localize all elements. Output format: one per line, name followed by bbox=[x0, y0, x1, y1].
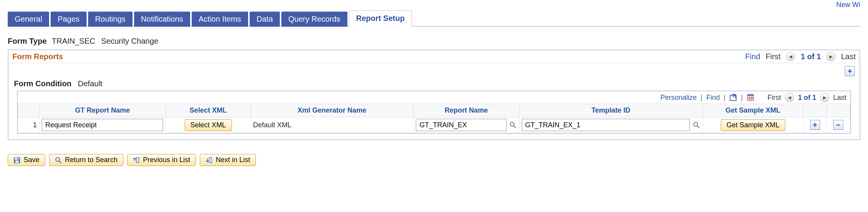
new-window-link[interactable]: New Wi bbox=[8, 0, 860, 9]
section-title-bar: Form Reports Find First ◄ 1 of 1 ► Last bbox=[9, 50, 859, 63]
return-label: Return to Search bbox=[65, 156, 117, 164]
svg-rect-13 bbox=[15, 161, 19, 163]
col-rownum bbox=[18, 104, 39, 117]
download-grid-icon[interactable] bbox=[747, 94, 754, 101]
form-condition-row: Form Condition Default bbox=[9, 76, 859, 91]
save-label: Save bbox=[24, 156, 39, 164]
zoom-grid-icon[interactable] bbox=[729, 94, 737, 101]
form-type-desc: Security Change bbox=[101, 37, 158, 45]
chevron-right-icon: ► bbox=[822, 94, 827, 101]
row-number: 1 bbox=[18, 117, 39, 133]
separator: | bbox=[741, 94, 743, 102]
table-row: 1 Select XML Default XML bbox=[18, 117, 850, 133]
svg-point-9 bbox=[694, 122, 698, 126]
delete-row-button[interactable]: − bbox=[833, 120, 843, 130]
section-find-link[interactable]: Find bbox=[745, 52, 760, 61]
form-reports-section: Form Reports Find First ◄ 1 of 1 ► Last … bbox=[8, 50, 860, 140]
xml-generator-name: Default XML bbox=[250, 117, 413, 133]
report-name-input[interactable] bbox=[416, 119, 507, 131]
chevron-right-icon: ► bbox=[828, 53, 834, 60]
report-grid-table: GT Report Name Select XML Xml Generator … bbox=[18, 104, 850, 133]
section-nav-last: Last bbox=[841, 52, 856, 61]
section-prev-button[interactable]: ◄ bbox=[786, 52, 795, 61]
col-gt-report-name[interactable]: GT Report Name bbox=[39, 104, 166, 117]
spreadsheet-icon bbox=[747, 94, 754, 101]
inner-grid: Personalize | Find | | First ◄ 1 of 1 ► … bbox=[17, 91, 851, 134]
save-icon bbox=[14, 157, 20, 164]
plus-icon: + bbox=[813, 121, 817, 130]
template-id-input[interactable] bbox=[522, 119, 690, 131]
grid-find-link[interactable]: Find bbox=[706, 94, 720, 102]
tab-notifications[interactable]: Notifications bbox=[134, 12, 190, 27]
grid-nav-bar: Personalize | Find | | First ◄ 1 of 1 ► … bbox=[18, 91, 850, 104]
plus-icon: + bbox=[848, 67, 852, 76]
popup-icon bbox=[730, 94, 737, 101]
section-next-button[interactable]: ► bbox=[826, 52, 836, 61]
tab-data[interactable]: Data bbox=[250, 12, 280, 27]
action-toolbar: Save Return to Search Previous in List N… bbox=[8, 154, 860, 166]
next-in-list-button[interactable]: Next in List bbox=[200, 154, 256, 166]
svg-rect-14 bbox=[17, 157, 18, 159]
prev-label: Previous in List bbox=[143, 156, 190, 164]
grid-counter: 1 of 1 bbox=[798, 94, 816, 102]
col-select-xml[interactable]: Select XML bbox=[166, 104, 250, 117]
section-nav: Find First ◄ 1 of 1 ► Last bbox=[745, 52, 856, 61]
svg-line-16 bbox=[59, 161, 61, 163]
svg-line-10 bbox=[697, 126, 700, 128]
form-condition-label: Form Condition bbox=[14, 79, 71, 88]
grid-prev-button[interactable]: ◄ bbox=[785, 93, 794, 102]
col-report-name[interactable]: Report Name bbox=[414, 104, 519, 117]
col-xml-gen-name[interactable]: Xml Generator Name bbox=[250, 104, 413, 117]
add-row-button[interactable]: + bbox=[810, 120, 820, 130]
save-button[interactable]: Save bbox=[8, 154, 45, 166]
separator: | bbox=[724, 94, 726, 102]
svg-rect-17 bbox=[136, 157, 139, 163]
tab-query-records[interactable]: Query Records bbox=[281, 12, 347, 27]
tab-pages[interactable]: Pages bbox=[51, 12, 87, 27]
add-row-section-button[interactable]: + bbox=[845, 66, 855, 76]
tab-action-items[interactable]: Action Items bbox=[192, 12, 248, 27]
svg-rect-12 bbox=[15, 157, 19, 160]
arrow-down-icon bbox=[206, 157, 213, 164]
form-type-label: Form Type bbox=[8, 37, 47, 45]
get-sample-xml-button[interactable]: Get Sample XML bbox=[721, 119, 785, 131]
chevron-left-icon: ◄ bbox=[788, 53, 793, 60]
grid-last-label: Last bbox=[833, 94, 846, 102]
tab-report-setup[interactable]: Report Setup bbox=[349, 10, 412, 27]
return-to-search-button[interactable]: Return to Search bbox=[49, 154, 123, 166]
grid-personalize-link[interactable]: Personalize bbox=[660, 94, 697, 102]
svg-line-8 bbox=[514, 126, 516, 128]
next-label: Next in List bbox=[216, 156, 250, 164]
col-del bbox=[827, 104, 850, 117]
tab-routings[interactable]: Routings bbox=[88, 12, 133, 27]
grid-first-label: First bbox=[768, 94, 781, 102]
report-name-lookup[interactable] bbox=[509, 121, 517, 129]
section-title: Form Reports bbox=[12, 52, 63, 61]
search-icon bbox=[55, 157, 62, 164]
col-get-sample[interactable]: Get Sample XML bbox=[703, 104, 803, 117]
grid-next-button[interactable]: ► bbox=[820, 93, 829, 102]
template-id-lookup[interactable] bbox=[692, 121, 700, 129]
minus-icon: − bbox=[836, 121, 841, 130]
select-xml-button[interactable]: Select XML bbox=[185, 119, 232, 131]
grid-header-row: GT Report Name Select XML Xml Generator … bbox=[18, 104, 850, 117]
svg-point-7 bbox=[510, 122, 514, 126]
svg-point-15 bbox=[56, 157, 60, 161]
tab-general[interactable]: General bbox=[8, 12, 49, 27]
svg-rect-18 bbox=[209, 157, 212, 163]
section-nav-first: First bbox=[766, 52, 781, 61]
col-add bbox=[803, 104, 827, 117]
col-template-id[interactable]: Template ID bbox=[519, 104, 703, 117]
arrow-up-icon bbox=[133, 157, 140, 164]
form-condition-value: Default bbox=[78, 79, 102, 88]
svg-rect-2 bbox=[747, 94, 754, 96]
tab-strip: General Pages Routings Notifications Act… bbox=[8, 10, 860, 27]
magnifier-icon bbox=[509, 121, 516, 128]
form-type-row: Form Type TRAIN_SEC Security Change bbox=[8, 37, 860, 46]
section-counter: 1 of 1 bbox=[801, 52, 821, 61]
previous-in-list-button[interactable]: Previous in List bbox=[127, 154, 196, 166]
separator: | bbox=[701, 94, 703, 102]
gt-report-name-input[interactable] bbox=[42, 119, 163, 131]
magnifier-icon bbox=[693, 121, 700, 128]
chevron-left-icon: ◄ bbox=[787, 94, 792, 101]
